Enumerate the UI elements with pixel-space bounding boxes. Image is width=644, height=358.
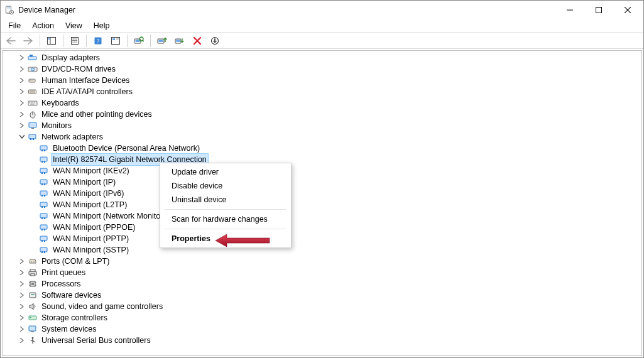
category-dvd[interactable]: DVD/CD-ROM drives — [3, 63, 641, 75]
svg-rect-36 — [31, 80, 33, 80]
category-system-devices[interactable]: System devices — [3, 323, 641, 335]
category-monitors[interactable]: Monitors — [3, 120, 641, 131]
chevron-right-icon[interactable] — [18, 76, 26, 85]
category-hid[interactable]: Human Interface Devices — [3, 75, 641, 86]
svg-rect-25 — [159, 40, 163, 42]
category-ports[interactable]: Ports (COM & LPT) — [3, 256, 641, 267]
properties-icon[interactable] — [67, 34, 83, 48]
menu-action[interactable]: Action — [27, 21, 59, 31]
category-storage[interactable]: Storage controllers — [3, 312, 641, 323]
ctx-update-driver[interactable]: Update driver — [160, 165, 291, 179]
svg-rect-87 — [31, 274, 35, 276]
svg-point-84 — [33, 261, 35, 263]
svg-rect-74 — [40, 225, 47, 229]
svg-rect-77 — [40, 236, 47, 241]
back-button[interactable] — [3, 34, 19, 48]
svg-text:?: ? — [97, 38, 100, 45]
category-network-adapters[interactable]: Network adapters — [3, 131, 641, 143]
category-display-adapters[interactable]: Display adapters — [3, 52, 641, 63]
scan-hardware-icon[interactable] — [131, 34, 147, 48]
category-usb[interactable]: Universal Serial Bus controllers — [3, 335, 641, 346]
context-menu: Update driver Disable device Uninstall d… — [160, 163, 292, 248]
device-wan-ip[interactable]: WAN Miniport (IP) — [3, 176, 641, 188]
ctx-uninstall-device[interactable]: Uninstall device — [160, 193, 291, 207]
disable-device-toolbar-icon[interactable] — [172, 34, 188, 48]
display-adapter-icon — [28, 53, 38, 63]
window-title: Device Manager — [18, 6, 75, 14]
maximize-button[interactable] — [584, 1, 613, 19]
svg-rect-75 — [41, 229, 43, 231]
port-icon — [28, 256, 38, 266]
device-wan-ikev2[interactable]: WAN Miniport (IKEv2) — [3, 165, 641, 176]
chevron-right-icon[interactable] — [18, 268, 26, 277]
chevron-right-icon[interactable] — [18, 257, 26, 266]
network-adapter-icon — [39, 211, 49, 221]
device-manager-icon — [4, 5, 14, 15]
category-mice[interactable]: Mice and other pointing devices — [3, 109, 641, 120]
ctx-scan-hardware[interactable]: Scan for hardware changes — [160, 212, 291, 226]
category-sound[interactable]: Sound, video and game controllers — [3, 301, 641, 312]
device-wan-pptp[interactable]: WAN Miniport (PPTP) — [3, 233, 641, 244]
device-wan-sstp[interactable]: WAN Miniport (SSTP) — [3, 244, 641, 256]
chevron-right-icon[interactable] — [18, 87, 26, 96]
chevron-down-icon[interactable] — [18, 133, 26, 141]
keyboard-icon — [28, 98, 38, 108]
category-software-devices[interactable]: Software devices — [3, 290, 641, 301]
ctx-disable-device[interactable]: Disable device — [160, 179, 291, 193]
chevron-right-icon[interactable] — [18, 53, 26, 62]
chevron-right-icon[interactable] — [18, 99, 26, 107]
device-wan-ipv6[interactable]: WAN Miniport (IPv6) — [3, 188, 641, 199]
category-print-queues[interactable]: Print queues — [3, 267, 641, 278]
usb-icon — [28, 335, 38, 345]
svg-rect-72 — [41, 217, 43, 219]
chevron-right-icon[interactable] — [18, 291, 26, 300]
enable-device-toolbar-icon[interactable] — [207, 34, 223, 48]
svg-rect-59 — [40, 168, 47, 173]
svg-rect-86 — [30, 269, 35, 271]
close-button[interactable] — [613, 1, 642, 19]
svg-rect-71 — [40, 214, 47, 218]
device-wan-netmon[interactable]: WAN Miniport (Network Monitor) — [3, 210, 641, 222]
svg-rect-35 — [30, 80, 31, 80]
storage-controller-icon — [28, 313, 38, 323]
menu-view[interactable]: View — [60, 21, 87, 31]
svg-rect-41 — [30, 102, 31, 104]
show-hide-console-tree-icon[interactable] — [43, 34, 60, 48]
update-driver-toolbar-icon[interactable] — [154, 34, 170, 48]
chevron-right-icon[interactable] — [18, 65, 26, 73]
svg-rect-80 — [40, 247, 47, 252]
category-processors[interactable]: Processors — [3, 278, 641, 290]
chevron-right-icon[interactable] — [18, 110, 26, 119]
category-ide[interactable]: IDE ATA/ATAPI controllers — [3, 86, 641, 97]
svg-rect-51 — [30, 138, 31, 140]
minimize-button[interactable] — [555, 1, 584, 19]
context-menu-separator — [165, 229, 286, 229]
device-wan-l2tp[interactable]: WAN Miniport (L2TP) — [3, 199, 641, 210]
chevron-right-icon[interactable] — [18, 336, 26, 345]
device-tree[interactable]: Display adapters DVD/CD-ROM drives Human… — [3, 51, 641, 355]
chevron-right-icon[interactable] — [18, 279, 26, 288]
uninstall-device-toolbar-icon[interactable] — [189, 34, 205, 48]
processor-icon — [28, 279, 38, 289]
category-keyboards[interactable]: Keyboards — [3, 97, 641, 109]
chevron-right-icon[interactable] — [18, 121, 26, 130]
action-icon[interactable] — [107, 34, 124, 48]
svg-rect-95 — [31, 294, 35, 295]
menu-file[interactable]: File — [3, 21, 26, 31]
device-wan-pppoe[interactable]: WAN Miniport (PPPOE) — [3, 222, 641, 233]
svg-rect-97 — [30, 317, 31, 318]
device-intel-gigabit[interactable]: Intel(R) 82574L Gigabit Network Connecti… — [3, 154, 641, 165]
device-bluetooth-pan[interactable]: Bluetooth Device (Personal Area Network) — [3, 143, 641, 154]
chevron-right-icon[interactable] — [18, 313, 26, 322]
chevron-right-icon[interactable] — [18, 325, 26, 334]
ctx-properties[interactable]: Properties — [160, 232, 291, 246]
menu-bar: File Action View Help — [1, 19, 643, 32]
forward-button[interactable] — [20, 34, 36, 48]
svg-rect-61 — [44, 172, 45, 174]
svg-rect-21 — [136, 40, 140, 42]
help-icon[interactable]: ? — [90, 34, 106, 48]
svg-rect-98 — [29, 326, 36, 331]
menu-help[interactable]: Help — [89, 21, 115, 31]
network-adapter-icon — [39, 200, 49, 210]
chevron-right-icon[interactable] — [18, 302, 26, 311]
